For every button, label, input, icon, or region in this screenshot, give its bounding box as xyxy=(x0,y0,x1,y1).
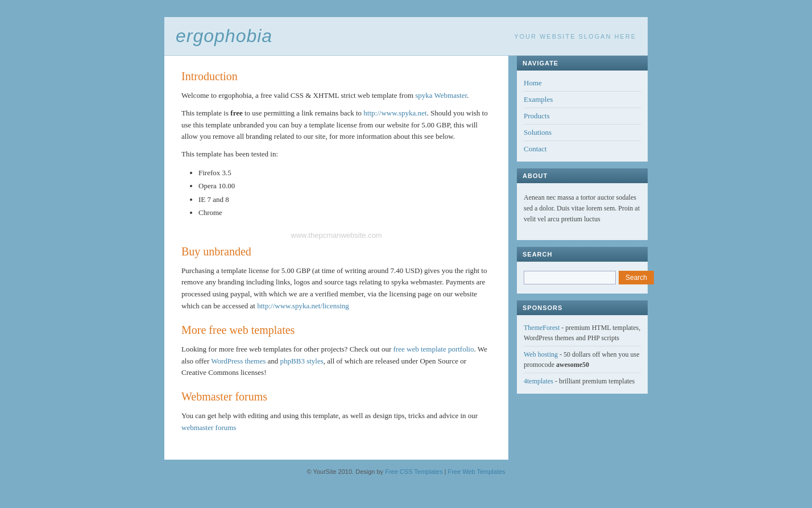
sidebar-sponsors-box: SPONSORS ThemeForest - premium HTML temp… xyxy=(517,300,648,394)
list-item: IE 7 and 8 xyxy=(198,193,491,206)
content-area: Introduction Welcome to ergophobia, a fr… xyxy=(164,56,648,460)
sidebar-about-box: ABOUT Aenean nec massa a tortor auctor s… xyxy=(517,168,648,240)
section-webmaster-forums: Webmaster forums You can get help with e… xyxy=(181,390,491,434)
phpbb-link[interactable]: phpBB3 styles xyxy=(280,357,324,365)
browser-list: Firefox 3.5 Opera 10.00 IE 7 and 8 Chrom… xyxy=(198,166,491,220)
webhosting-link[interactable]: Web hosting xyxy=(524,350,558,358)
section-title-forums: Webmaster forums xyxy=(181,390,491,403)
list-item: Firefox 3.5 xyxy=(198,166,491,179)
list-item: Chrome xyxy=(198,206,491,219)
templates-paragraph: Looking for more free web templates for … xyxy=(181,344,491,379)
search-form: Search xyxy=(524,266,641,289)
section-more-templates: More free web templates Looking for more… xyxy=(181,324,491,379)
sidebar-item-examples[interactable]: Examples xyxy=(524,92,641,108)
footer-text: © YourSite 2010. Design by xyxy=(306,468,385,475)
section-title-introduction: Introduction xyxy=(181,70,491,83)
themeforest-link[interactable]: ThemeForest xyxy=(524,324,560,332)
buy-paragraph: Purchasing a template license for 5.00 G… xyxy=(181,265,491,312)
footer-web-link[interactable]: Free Web Templates xyxy=(448,468,505,475)
sidebar-navigate-box: NAVIGATE Home Examples Products Solution… xyxy=(517,56,648,162)
main-content: Introduction Welcome to ergophobia, a fr… xyxy=(164,56,508,460)
sponsors-header: SPONSORS xyxy=(517,300,648,315)
4templates-link[interactable]: 4templates xyxy=(524,377,553,385)
forums-link[interactable]: webmaster forums xyxy=(181,423,236,432)
section-title-templates: More free web templates xyxy=(181,324,491,337)
search-input[interactable] xyxy=(524,271,616,284)
sponsor-item-4templates: 4templates - brilliant premium templates xyxy=(524,373,641,389)
sidebar-search-box: SEARCH Search xyxy=(517,247,648,294)
section-introduction: Introduction Welcome to ergophobia, a fr… xyxy=(181,70,491,220)
sponsors-content: ThemeForest - premium HTML templates, Wo… xyxy=(517,315,648,394)
sidebar-item-contact[interactable]: Contact xyxy=(524,141,641,157)
intro-paragraph-1: Welcome to ergophobia, a free valid CSS … xyxy=(181,90,491,102)
footer: © YourSite 2010. Design by Free CSS Temp… xyxy=(164,460,648,484)
slogan: YOUR WEBSITE SLOGAN HERE xyxy=(514,33,636,40)
header: ergophobia YOUR WEBSITE SLOGAN HERE xyxy=(164,17,648,56)
about-text: Aenean nec massa a tortor auctor sodales… xyxy=(524,188,641,230)
search-button[interactable]: Search xyxy=(619,271,654,284)
spyka-url-link[interactable]: http://www.spyka.net xyxy=(363,109,426,117)
wordpress-link[interactable]: WordPress themes xyxy=(211,357,266,365)
tested-intro: This template has been tested in: xyxy=(181,148,491,160)
sidebar-item-home[interactable]: Home xyxy=(524,75,641,92)
navigate-content: Home Examples Products Solutions Contact xyxy=(517,71,648,162)
sponsor-item-themeforest: ThemeForest - premium HTML templates, Wo… xyxy=(524,320,641,346)
watermark: www.thepcmanwebsite.com xyxy=(181,231,491,239)
sidebar-item-solutions[interactable]: Solutions xyxy=(524,125,641,141)
list-item: Opera 10.00 xyxy=(198,179,491,192)
sponsor-item-webhosting: Web hosting - 50 dollars off when you us… xyxy=(524,346,641,373)
about-content: Aenean nec massa a tortor auctor sodales… xyxy=(517,183,648,240)
4templates-desc: - brilliant premium templates xyxy=(553,377,635,385)
about-header: ABOUT xyxy=(517,168,648,183)
promo-code: awesome50 xyxy=(556,361,589,369)
section-buy-unbranded: Buy unbranded Purchasing a template lice… xyxy=(181,245,491,312)
portfolio-link[interactable]: free web template portfolio xyxy=(393,345,474,353)
licensing-link[interactable]: http://www.spyka.net/licensing xyxy=(257,302,349,310)
section-title-buy: Buy unbranded xyxy=(181,245,491,258)
logo: ergophobia xyxy=(176,26,272,47)
spyka-link[interactable]: spyka Webmaster xyxy=(415,91,467,100)
search-content: Search xyxy=(517,262,648,294)
navigate-header: NAVIGATE xyxy=(517,56,648,71)
search-header: SEARCH xyxy=(517,247,648,262)
footer-css-link[interactable]: Free CSS Templates xyxy=(385,468,442,475)
sidebar: NAVIGATE Home Examples Products Solution… xyxy=(517,56,648,400)
intro-paragraph-2: This template is free to use permitting … xyxy=(181,108,491,143)
forums-paragraph: You can get help with editing and using … xyxy=(181,410,491,434)
sidebar-item-products[interactable]: Products xyxy=(524,108,641,125)
free-text: free xyxy=(230,109,242,117)
